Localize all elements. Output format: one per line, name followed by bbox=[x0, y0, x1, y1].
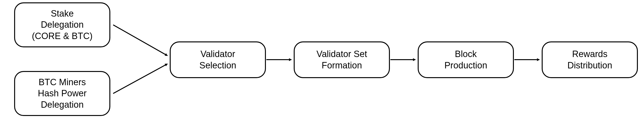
node-rewards-distribution: Rewards Distribution bbox=[542, 41, 638, 78]
node-stake-delegation-label: Stake Delegation (CORE & BTC) bbox=[32, 8, 93, 42]
node-validator-set-formation-label: Validator Set Formation bbox=[316, 48, 367, 71]
arrow-miners-to-validator-selection bbox=[113, 64, 167, 93]
node-block-production-label: Block Production bbox=[444, 48, 487, 71]
node-btc-miners: BTC Miners Hash Power Delegation bbox=[14, 71, 110, 116]
node-stake-delegation: Stake Delegation (CORE & BTC) bbox=[14, 2, 110, 47]
diagram-canvas: Stake Delegation (CORE & BTC) BTC Miners… bbox=[0, 0, 644, 120]
node-btc-miners-label: BTC Miners Hash Power Delegation bbox=[38, 77, 87, 110]
node-validator-selection-label: Validator Selection bbox=[200, 48, 236, 71]
node-block-production: Block Production bbox=[418, 41, 514, 78]
node-rewards-distribution-label: Rewards Distribution bbox=[568, 48, 612, 71]
node-validator-set-formation: Validator Set Formation bbox=[294, 41, 390, 78]
arrow-stake-to-validator-selection bbox=[113, 25, 167, 56]
node-validator-selection: Validator Selection bbox=[170, 41, 266, 78]
